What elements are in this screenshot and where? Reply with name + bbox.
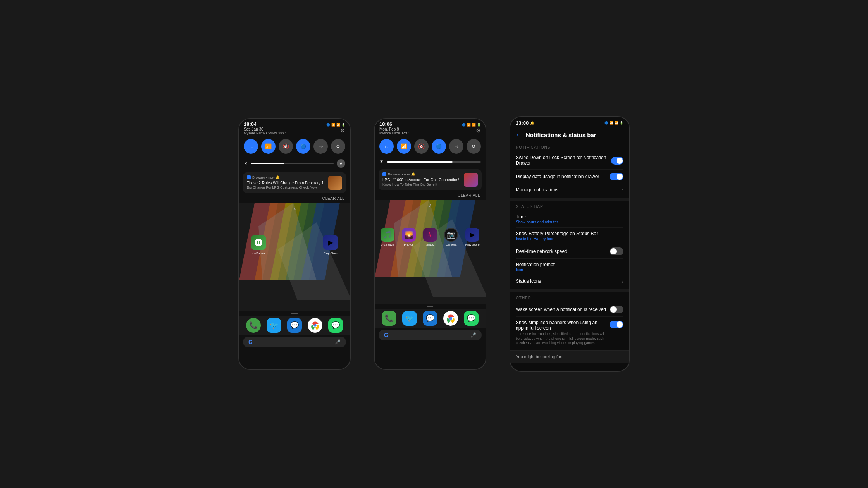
phone2-slack-icon: # xyxy=(423,228,437,242)
phone2-whatsapp-icon[interactable]: 💬 xyxy=(464,311,479,326)
phone2-data-toggle[interactable]: ↑↓ xyxy=(379,139,394,154)
realtime-network-toggle[interactable] xyxy=(610,247,623,255)
phone2-jio-icon: 🎵 xyxy=(381,228,394,242)
phone2-messages-icon[interactable]: 💬 xyxy=(423,311,437,326)
you-might-section: You might be looking for: xyxy=(510,350,629,363)
brightness-bar[interactable] xyxy=(251,163,334,164)
notif-app-row: Browser • now 🔔 xyxy=(247,175,325,179)
sound-toggle[interactable]: 🔇 xyxy=(279,139,293,154)
chrome-dock-icon[interactable] xyxy=(308,318,322,333)
phone2-photos-label: Photos xyxy=(404,243,413,246)
messages-dock-icon[interactable]: 💬 xyxy=(287,318,302,333)
phone2-camera-label: Camera xyxy=(446,243,456,246)
phone2-photos-icon: 🌄 xyxy=(402,228,416,242)
phone2-quick-toggles: ↑↓ 📶 🔇 🔵 ⇒ ⟳ xyxy=(375,136,486,157)
phone2-play-icon-item[interactable]: ▶ Play Store xyxy=(465,228,480,246)
phone2-up-indicator: ∧ xyxy=(375,200,486,208)
phone1-brightness-row: ☀ A xyxy=(239,157,350,170)
phone2-brightness-row: ☀ xyxy=(375,157,486,167)
simplified-banners-toggle[interactable] xyxy=(610,321,623,328)
phone1-clear-all-button[interactable]: CLEAR ALL xyxy=(322,196,344,201)
phone3-time: 23:00 🔔 xyxy=(516,120,534,126)
phone2-bluetooth-toggle[interactable]: 🔵 xyxy=(432,139,446,154)
battery-pct-item[interactable]: Show Battery Percentage on Status Bar In… xyxy=(516,228,623,244)
wake-screen-item: Wake screen when a notification is recei… xyxy=(516,302,623,317)
phone2-wifi-toggle[interactable]: 📶 xyxy=(397,139,411,154)
phone2-notif-app-label: Browser • now 🔔 xyxy=(388,172,415,176)
settings-gear-button[interactable]: ⚙ xyxy=(340,127,345,134)
battery-pct-text: Show Battery Percentage on Status Bar In… xyxy=(516,231,598,241)
phone1-up-indicator: ∧ xyxy=(239,203,350,211)
realtime-network-title: Real-time network speed xyxy=(516,249,567,254)
phone1-time: 18:04 xyxy=(244,121,286,127)
jio-saavn-icon xyxy=(251,235,266,250)
phone3-bell-icon: 🔔 xyxy=(530,121,534,125)
wake-screen-toggle[interactable] xyxy=(610,306,623,313)
phone2-camera-icon: 📷 xyxy=(444,228,458,242)
manage-notifications-item[interactable]: Manage notifications › xyxy=(516,184,623,196)
nfc-toggle[interactable]: ⇒ xyxy=(313,139,328,154)
notifications-section: NOTIFICATIONS Swipe Down on Lock Screen … xyxy=(510,141,629,198)
phone2-chrome-icon[interactable] xyxy=(443,311,458,326)
phone2-settings-button[interactable]: ⚙ xyxy=(476,127,481,134)
phone2-rotation-toggle[interactable]: ⟳ xyxy=(467,139,481,154)
notif-prompt-text: Notification prompt Icon xyxy=(516,262,555,272)
display-data-usage-title: Display data usage in notification drawe… xyxy=(516,174,599,179)
phone2-home-area: ∧ 🎵 JioSaavn 🌄 Photos # Slack 📷 Camera ▶ xyxy=(375,200,486,304)
phone1-notification[interactable]: Browser • now 🔔 These 2 Rules Will Chang… xyxy=(243,172,346,193)
phone2-app-row: 🎵 JioSaavn 🌄 Photos # Slack 📷 Camera ▶ P… xyxy=(375,208,486,248)
jio-saavn-label: JioSaavn xyxy=(252,251,265,255)
notifications-section-label: NOTIFICATIONS xyxy=(516,145,623,149)
simplified-banners-text: Show simplified banners when using an ap… xyxy=(516,320,610,345)
phone2-search-bar[interactable]: G 🎤 xyxy=(379,330,482,340)
phone3-wifi-icon: 📶 xyxy=(610,121,613,125)
phone1-search-bar[interactable]: G 🎤 xyxy=(243,337,346,347)
time-text: Time Show hours and minutes xyxy=(516,214,558,224)
swipe-down-toggle[interactable] xyxy=(611,157,623,165)
phone2-nfc-toggle[interactable]: ⇒ xyxy=(449,139,463,154)
phone1-status-bar: 18:04 Sat, Jan 30 Mysore Partly Cloudy 3… xyxy=(239,119,350,136)
phone2-slack-label: Slack xyxy=(426,243,434,246)
phone2-photos-icon-item[interactable]: 🌄 Photos xyxy=(402,228,416,246)
phone2-brightness-bar[interactable] xyxy=(387,161,481,163)
manage-notifications-title: Manage notifications xyxy=(516,187,558,192)
phone-dock-icon[interactable]: 📞 xyxy=(246,318,261,333)
display-data-usage-text: Display data usage in notification drawe… xyxy=(516,174,599,180)
time-sub: Show hours and minutes xyxy=(516,220,558,224)
phone2-notif-app-row: Browser • now 🔔 xyxy=(382,172,461,176)
display-data-usage-knob xyxy=(617,174,623,180)
jio-saavn-icon-item[interactable]: JioSaavn xyxy=(251,235,266,255)
phone2-clear-all-button[interactable]: CLEAR ALL xyxy=(458,193,480,198)
time-item[interactable]: Time Show hours and minutes xyxy=(516,211,623,228)
swipe-down-item: Swipe Down on Lock Screen for Notificati… xyxy=(516,152,623,170)
phone1-swipe-indicator xyxy=(239,311,350,316)
data-toggle[interactable]: ↑↓ xyxy=(244,139,258,154)
phone2-sound-toggle[interactable]: 🔇 xyxy=(414,139,429,154)
display-data-usage-toggle[interactable] xyxy=(610,173,623,180)
signal-icon2: 📶 xyxy=(472,123,476,127)
phone2-notif-title: LPG: ₹1600 In Account For Gas Connection… xyxy=(382,177,461,182)
notif-prompt-item[interactable]: Notification prompt Icon xyxy=(516,259,623,275)
rotation-toggle[interactable]: ⟳ xyxy=(331,139,345,154)
back-button[interactable]: ← xyxy=(516,131,522,138)
notif-prompt-title: Notification prompt xyxy=(516,262,555,267)
notif-body: Big Change For LPG Customers, Check Now xyxy=(247,186,325,190)
status-icons-item[interactable]: Status icons › xyxy=(516,275,623,287)
phone1-app-row: JioSaavn ▶ Play Store xyxy=(239,211,350,258)
phone2-phone-icon[interactable]: 📞 xyxy=(382,311,396,326)
phone2-jio-icon-item[interactable]: 🎵 JioSaavn xyxy=(381,228,394,246)
notif-thumbnail xyxy=(328,176,342,190)
phone2-notification[interactable]: Browser • now 🔔 LPG: ₹1600 In Account Fo… xyxy=(379,169,482,190)
wifi-toggle[interactable]: 📶 xyxy=(261,139,276,154)
phone2-twitter-icon[interactable]: 🐦 xyxy=(402,311,417,326)
whatsapp-dock-icon[interactable]: 💬 xyxy=(328,318,343,333)
phone2-camera-icon-item[interactable]: 📷 Camera xyxy=(444,228,458,246)
bluetooth-toggle[interactable]: 🔵 xyxy=(296,139,310,154)
phone1: 18:04 Sat, Jan 30 Mysore Partly Cloudy 3… xyxy=(238,118,351,370)
phone2-mic-icon: 🎤 xyxy=(470,332,476,338)
twitter-dock-icon[interactable]: 🐦 xyxy=(267,318,281,333)
play-store-icon-item[interactable]: ▶ Play Store xyxy=(323,235,338,255)
phone2-slack-icon-item[interactable]: # Slack xyxy=(423,228,437,246)
notif-title: These 2 Rules Will Change From February … xyxy=(247,180,325,186)
divider1 xyxy=(510,198,629,201)
